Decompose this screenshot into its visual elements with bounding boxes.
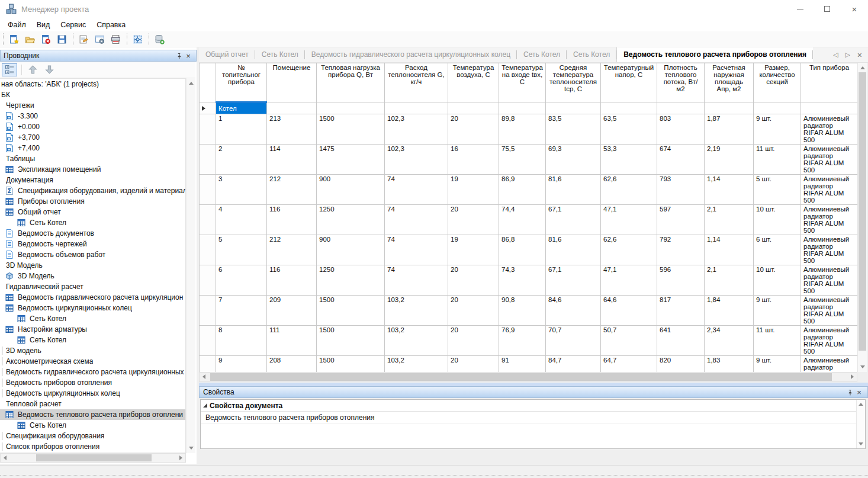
tree-item[interactable]: 3D Модель [0, 271, 185, 281]
tree-item[interactable]: Ведомость циркуляционных колец [0, 303, 185, 313]
cell[interactable]: 74 [385, 205, 448, 235]
tab-close-button[interactable]: × [857, 50, 862, 60]
cell[interactable]: 9 шт. [754, 356, 801, 373]
cell[interactable]: 212 [267, 235, 317, 265]
document-name-row[interactable]: Ведомость теплового расчета приборов ото… [201, 412, 865, 424]
cell[interactable]: 103,2 [385, 296, 448, 326]
row-selector[interactable] [200, 356, 216, 373]
table-row[interactable]: 5212900741986,881,662,67921,146 шт.Алюми… [200, 235, 858, 265]
tree-item[interactable]: ная область: 'АБК' (1 projects) [0, 79, 185, 89]
scroll-up-icon[interactable] [189, 82, 194, 85]
cell[interactable]: 86,8 [499, 235, 546, 265]
cell[interactable]: 90,8 [499, 296, 546, 326]
table-row[interactable]: 12131500102,32089,883,563,58031,879 шт.А… [200, 114, 858, 145]
tab-scroll-left-button[interactable]: ◁ [833, 51, 838, 59]
cell[interactable]: 2,19 [705, 145, 754, 175]
cell[interactable]: 209 [267, 296, 317, 326]
cell[interactable]: 74 [385, 175, 448, 205]
group-empty-cell[interactable] [657, 102, 705, 114]
cell[interactable]: 900 [317, 235, 385, 265]
cell[interactable]: 83,5 [546, 114, 601, 145]
cell[interactable]: 103,2 [385, 326, 448, 356]
cell[interactable]: 20 [448, 326, 499, 356]
scroll-left-icon[interactable] [202, 374, 205, 379]
cell[interactable]: 114 [267, 145, 317, 175]
group-empty-cell[interactable] [267, 102, 317, 114]
cell[interactable]: 76,9 [499, 326, 546, 356]
tree-item[interactable]: Ведомость приборов отопления [0, 377, 185, 388]
cell[interactable]: 74 [385, 265, 448, 296]
cell[interactable]: 91 [499, 356, 546, 373]
cell[interactable]: 64,7 [601, 356, 657, 373]
scroll-down-icon[interactable] [189, 447, 194, 450]
cell[interactable]: 50,7 [601, 326, 657, 356]
tree-item[interactable]: Ведомость гидравлического расчета циркул… [0, 292, 185, 303]
row-selector[interactable] [200, 145, 216, 175]
cell[interactable]: 1500 [317, 296, 385, 326]
tree-item[interactable]: Тепловой расчет [0, 399, 185, 409]
cell[interactable]: 793 [657, 175, 705, 205]
cell[interactable]: Алюминиевый радиатор RIFAR ALUM 500 [801, 145, 858, 175]
cell[interactable]: 102,3 [385, 145, 448, 175]
tree-item[interactable]: Сеть Котел [0, 335, 185, 345]
maximize-button[interactable] [814, 0, 841, 18]
column-header[interactable]: № топительног прибора [216, 63, 267, 102]
cell[interactable]: 641 [657, 326, 705, 356]
cell[interactable]: 900 [317, 175, 385, 205]
cell[interactable]: 67,1 [546, 205, 601, 235]
tree-item[interactable]: -3.300 [0, 111, 185, 121]
close-button[interactable]: × [841, 0, 868, 18]
cell[interactable]: 10 шт. [754, 205, 801, 235]
tree-item[interactable]: Приборы отопления [0, 196, 185, 207]
cell[interactable]: 6 [216, 265, 267, 296]
open-project-button[interactable] [22, 32, 38, 46]
cell[interactable]: 2,1 [705, 205, 754, 235]
column-header[interactable]: Средняя температура теплоносителя tср, С [546, 63, 601, 102]
cell[interactable]: 9 [216, 356, 267, 373]
cell[interactable]: Алюминиевый радиатор RIFAR ALUM 500 [801, 175, 858, 205]
grid-horizontal-scrollbar[interactable] [199, 372, 857, 382]
cell[interactable]: 2,1 [705, 265, 754, 296]
cell[interactable]: 803 [657, 114, 705, 145]
cell[interactable]: 84,6 [546, 296, 601, 326]
cell[interactable]: 62,6 [601, 235, 657, 265]
cell[interactable]: 1 [216, 114, 267, 145]
group-empty-cell[interactable] [601, 102, 657, 114]
table-row[interactable]: 21141475102,31675,569,353,36742,1911 шт.… [200, 145, 858, 175]
row-selector[interactable] [200, 296, 216, 326]
menu-item[interactable]: Файл [2, 21, 31, 29]
cell[interactable]: 2,34 [705, 326, 754, 356]
tree-item[interactable]: Чертежи [0, 100, 185, 111]
menu-item[interactable]: Справка [91, 21, 131, 29]
group-empty-cell[interactable] [705, 102, 754, 114]
column-header[interactable]: Помещение [267, 63, 317, 102]
row-selector[interactable] [200, 102, 216, 114]
cell[interactable]: 47,1 [601, 265, 657, 296]
tree-item[interactable]: Сеть Котел [0, 420, 185, 431]
column-header[interactable]: Тепловая нагрузка прибора Q, Вт [317, 63, 385, 102]
cell[interactable]: 1250 [317, 205, 385, 235]
cell[interactable]: 820 [657, 356, 705, 373]
table-row[interactable]: 81111500103,22076,970,750,76412,3411 шт.… [200, 326, 858, 356]
cell[interactable]: Алюминиевый радиатор RIFAR ALUM 500 [801, 114, 858, 145]
group-empty-cell[interactable] [448, 102, 499, 114]
column-header[interactable]: Плотность теплового потока, Вт/м2 [657, 63, 705, 102]
cell[interactable]: Алюминиевый радиатор RIFAR ALUM 500 [801, 205, 858, 235]
tree-item[interactable]: Документация [0, 175, 185, 185]
cell[interactable]: 5 [216, 235, 267, 265]
tree-item[interactable]: Настройки арматуры [0, 324, 185, 335]
cell[interactable]: 16 [448, 145, 499, 175]
cell[interactable]: 10 шт. [754, 265, 801, 296]
group-empty-cell[interactable] [546, 102, 601, 114]
tree-item[interactable]: Аксонометрическая схема [0, 356, 185, 367]
row-selector[interactable] [200, 326, 216, 356]
tree-item[interactable]: Список приборов отопления [0, 441, 185, 452]
cell[interactable]: 70,7 [546, 326, 601, 356]
table-row[interactable]: 41161250742074,467,147,15972,110 шт.Алюм… [200, 205, 858, 235]
cell[interactable]: 596 [657, 265, 705, 296]
tab-document[interactable]: Сеть Котел [255, 47, 305, 62]
cell[interactable]: 20 [448, 296, 499, 326]
tab-active-document[interactable]: Ведомость теплового расчета приборов ото… [616, 47, 813, 62]
cell[interactable]: Алюминиевый радиатор RIFAR ALUM 500 [801, 356, 858, 373]
cell[interactable]: 111 [267, 326, 317, 356]
